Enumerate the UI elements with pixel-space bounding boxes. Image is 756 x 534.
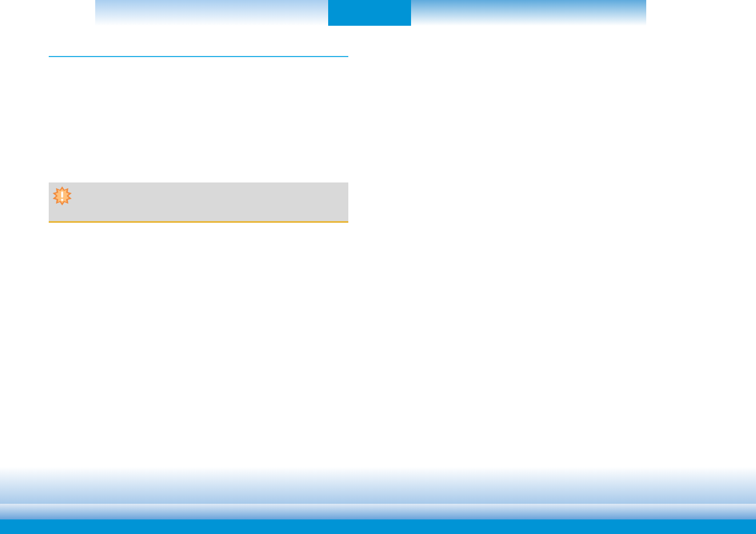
- header-gradient-left: [95, 0, 328, 26]
- page-header: [0, 0, 756, 26]
- section-divider: [49, 56, 348, 57]
- svg-point-3: [61, 199, 63, 201]
- footer-bar: [0, 519, 756, 534]
- footer-gradient-lower: [0, 504, 756, 519]
- svg-rect-2: [61, 191, 63, 198]
- caution-callout: [49, 182, 348, 223]
- caution-burst-icon: [52, 186, 72, 206]
- header-gradient-right: [411, 0, 646, 26]
- page-footer: [0, 467, 756, 534]
- header-tab-active: [328, 0, 411, 26]
- footer-gradient-upper: [0, 467, 756, 504]
